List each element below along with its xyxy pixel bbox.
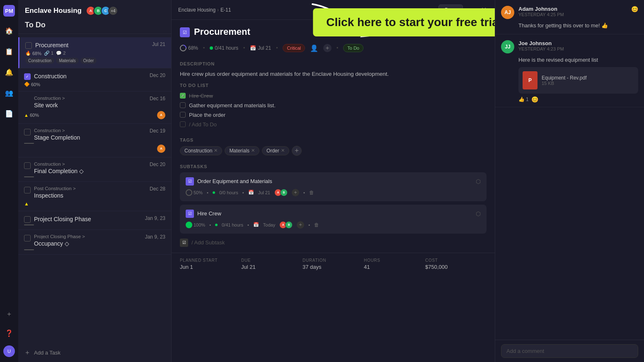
subtask-hire-delete[interactable]: 🗑 <box>314 222 319 228</box>
task-item-procurement[interactable]: Procurement Jul 21 🔥 68% 🔗 1 💬 2 Constru… <box>18 37 171 68</box>
nav-help-icon[interactable]: ❓ <box>2 326 16 340</box>
subtask-avatar-2: B <box>280 189 288 196</box>
task-occupancy-checkbox[interactable] <box>24 235 31 241</box>
add-todo-row[interactable]: / Add To Do <box>180 120 487 129</box>
subtask-order-equipment-ext[interactable]: ⬡ <box>476 178 481 185</box>
subtask-hire-add-assignee[interactable]: ＋ <box>297 221 304 229</box>
tag-construction: Construction <box>25 58 54 64</box>
subtask-hire-crew-header: ☑ Hire Crew ⬡ <box>186 210 481 218</box>
app-logo[interactable]: PM <box>3 5 15 17</box>
tag-materials-remove[interactable]: ✕ <box>251 148 255 153</box>
task-stage-completion-date: Dec 19 <box>150 128 165 134</box>
tag-materials: Materials <box>56 58 79 64</box>
add-meta-button[interactable]: ＋ <box>323 44 332 52</box>
todo-item-place-order[interactable]: Place the order <box>180 110 487 120</box>
subtask-hire-date: Today <box>263 222 275 227</box>
task-list: Procurement Jul 21 🔥 68% 🔗 1 💬 2 Constru… <box>18 34 171 343</box>
add-task-plus-icon: ＋ <box>24 348 31 357</box>
task-site-work-avatar: A <box>157 111 165 119</box>
comment-joe-time: YESTERDAY 4:23 PM <box>518 46 638 51</box>
reaction-add-icon[interactable]: 😊 <box>531 96 538 103</box>
task-item-occupancy[interactable]: Project Closing Phase > Occupancy ◇ Jan … <box>18 230 171 254</box>
meta-date: 📅 Jul 21 <box>250 45 271 51</box>
task-item-site-work[interactable]: Construction > Site work Dec 16 ▲ 60% A <box>18 92 171 123</box>
tag-construction-remove[interactable]: ✕ <box>214 148 218 153</box>
task-final-completion-title: Final Completion ◇ <box>34 168 84 174</box>
task-final-completion-title-col: Construction > Final Completion ◇ <box>34 162 146 175</box>
subtask-hire-crew-ext[interactable]: ⬡ <box>476 210 481 217</box>
subtask-hire-dot <box>215 224 218 226</box>
task-procurement-date: Jul 21 <box>152 41 165 47</box>
comment-adam-time: YESTERDAY 4:25 PM <box>518 12 627 17</box>
task-construction-date: Dec 20 <box>150 72 165 78</box>
task-construction-checkbox[interactable]: ✓ <box>24 73 31 80</box>
nav-calendar-icon[interactable]: 📋 <box>2 45 16 58</box>
subtask-delete[interactable]: 🗑 <box>309 190 314 195</box>
todo-checkbox-hire-crew[interactable]: ✓ <box>180 93 186 99</box>
tag-order-remove[interactable]: ✕ <box>281 148 285 153</box>
field-duration: DURATION 37 days <box>303 258 364 270</box>
subtask-hire-cal-icon: 📅 <box>253 222 259 227</box>
comments-scroll: AJ Adam Johnson YESTERDAY 4:25 PM 😊 Than… <box>495 0 644 340</box>
comment-input[interactable] <box>501 344 638 358</box>
todo-item-hire-crew[interactable]: ✓ Hire Crew <box>180 91 487 101</box>
task-item-final-completion[interactable]: Construction > Final Completion ◇ Dec 20 <box>18 157 171 182</box>
task-item-stage-completion[interactable]: Construction > Stage Completion Dec 19 A <box>18 124 171 157</box>
task-inspections-checkbox[interactable] <box>24 187 31 193</box>
task-project-closing-date: Jan 9, 23 <box>145 215 165 221</box>
comment-adam-avatar: AJ <box>501 6 514 19</box>
tag-add-button[interactable]: ＋ <box>292 146 302 156</box>
task-site-work-date: Dec 16 <box>150 96 165 101</box>
nav-bell-icon[interactable]: 🔔 <box>2 65 16 79</box>
calendar-icon: 📅 <box>250 45 256 51</box>
todo-checkbox-gather[interactable] <box>180 102 186 108</box>
comment-joe-header: JJ Joe Johnson YESTERDAY 4:23 PM <box>501 40 638 53</box>
description-section: DESCRIPTION Hire crew plus order equipme… <box>172 57 495 83</box>
attachment-name: Equipment - Rev.pdf <box>542 75 587 81</box>
task-stage-completion-checkbox[interactable] <box>24 129 31 135</box>
field-hours: HOURS 41 <box>364 258 425 270</box>
attachment-size: 15 KB <box>542 81 587 86</box>
nav-home-icon[interactable]: 🏠 <box>2 24 16 37</box>
todo-item-gather[interactable]: Gather equipment and materials list. <box>180 101 487 110</box>
subtask-card-hire-crew: ☑ Hire Crew ⬡ 100% • 0/41 hours • 📅 Toda… <box>180 205 487 234</box>
cta-banner[interactable]: Click here to start your free trial <box>313 8 495 36</box>
task-inspections-date: Dec 28 <box>150 186 165 192</box>
task-item-project-closing[interactable]: Project Closing Phase Jan 9, 23 <box>18 211 171 230</box>
subtask-sep1: • <box>207 190 208 195</box>
task-project-closing-checkbox[interactable] <box>24 216 31 223</box>
tag-pill-order: Order ✕ <box>262 146 289 155</box>
tag-construction-text: Construction <box>184 148 212 154</box>
add-subtask-row[interactable]: ☑ / Add Subtask <box>180 237 487 249</box>
comment-input-area <box>495 340 644 362</box>
task-item-construction[interactable]: ✓ Construction Dec 20 🔶 60% <box>18 68 171 92</box>
comment-joe-meta: Joe Johnson YESTERDAY 4:23 PM <box>518 40 638 51</box>
subtask-add-assignee[interactable]: ＋ <box>292 189 299 196</box>
task-site-work-title-col: Construction > Site work <box>34 96 146 109</box>
task-construction-meta: 🔶 60% <box>24 82 165 87</box>
assign-icon[interactable]: 👤 <box>310 44 318 52</box>
subtask-sep2: • <box>242 190 244 195</box>
task-procurement-checkbox[interactable] <box>25 42 32 49</box>
subtask-hire-crew-icon: ☑ <box>186 210 194 218</box>
nav-user-avatar[interactable]: U <box>3 345 15 357</box>
comment-emoji-react-adam[interactable]: 😊 <box>631 6 638 12</box>
task-final-completion-checkbox[interactable] <box>24 162 31 169</box>
task-final-completion-dash <box>24 176 34 177</box>
subtask-hire-sep1: • <box>209 222 211 227</box>
field-due: DUE Jul 21 <box>241 258 303 270</box>
subtask-hire-sep3: • <box>308 222 310 227</box>
thumbsup-emoji: 👍 <box>518 97 525 102</box>
reaction-thumbsup[interactable]: 👍 1 <box>518 97 529 102</box>
main-detail-panel: Click here to start your free trial Encl… <box>172 0 495 362</box>
breadcrumb-project: Enclave Housing <box>178 7 215 13</box>
nav-docs-icon[interactable]: 📄 <box>2 107 16 120</box>
task-stage-completion-title: Stage Completion <box>34 134 80 141</box>
task-project-closing-header: Project Closing Phase Jan 9, 23 <box>24 215 165 223</box>
task-item-inspections[interactable]: Post Construction > Inspections Dec 28 ▲ <box>18 182 171 211</box>
nav-users-icon[interactable]: 👥 <box>2 86 16 99</box>
nav-add-icon[interactable]: ＋ <box>2 307 16 321</box>
todo-checkbox-place-order[interactable] <box>180 112 186 118</box>
add-task-row[interactable]: ＋ Add a Task <box>18 343 171 362</box>
task-construction-header: ✓ Construction Dec 20 <box>24 72 165 80</box>
